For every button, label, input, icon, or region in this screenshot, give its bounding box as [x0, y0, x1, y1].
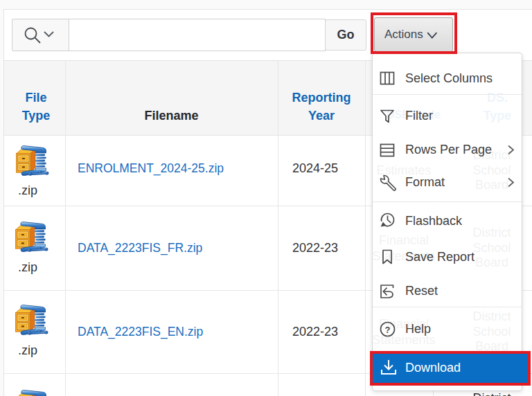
- svg-text:?: ?: [385, 325, 391, 335]
